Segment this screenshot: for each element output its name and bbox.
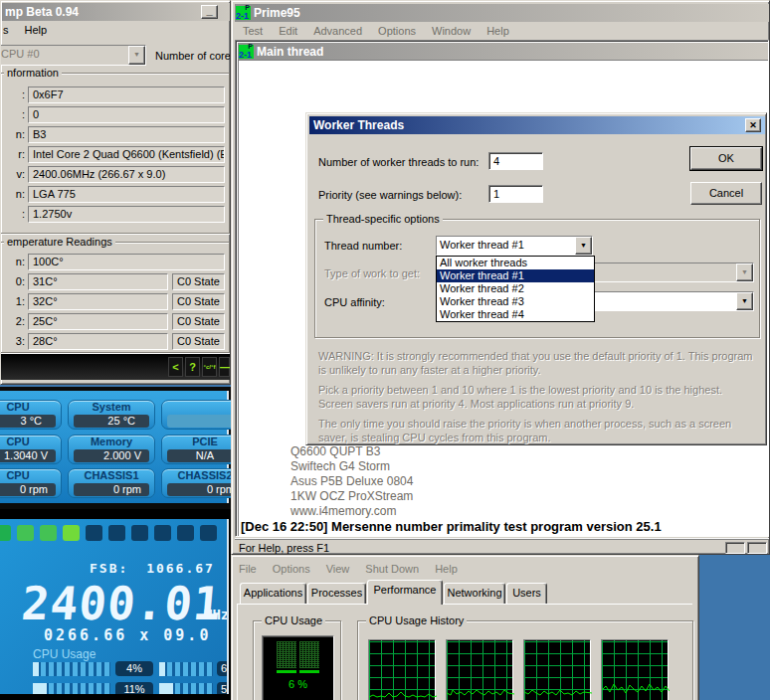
cpu-affinity-label: CPU affinity: bbox=[324, 296, 385, 308]
dropdown-option[interactable]: Worker thread #3 bbox=[437, 295, 594, 308]
cpu-history-graph-1 bbox=[368, 639, 436, 700]
usage-bar-lit bbox=[159, 662, 165, 676]
minimize-button[interactable]: _ bbox=[201, 5, 218, 19]
prime95-titlebar[interactable]: P 2-1 Prime95 bbox=[235, 4, 769, 22]
warning-text-2: Pick a priority between 1 and 10 where 1… bbox=[318, 383, 758, 411]
back-button[interactable]: < bbox=[168, 357, 183, 377]
prime95-icon: P 2-1 bbox=[236, 6, 251, 20]
prime95-icon: P 2-1 bbox=[239, 45, 254, 59]
coretemp-titlebar[interactable]: mp Beta 0.94 bbox=[2, 3, 230, 21]
menu-file[interactable]: File bbox=[235, 561, 265, 577]
temp-label: 1: bbox=[1, 295, 25, 307]
sensor-value: 0 rpm bbox=[167, 483, 231, 496]
dropdown-option-selected[interactable]: Worker thread #1 bbox=[437, 269, 594, 282]
sensor-label: System bbox=[69, 401, 154, 414]
core1-state: C0 State bbox=[172, 293, 225, 310]
sensor-value: N/A bbox=[167, 449, 231, 462]
sensor-value bbox=[167, 415, 231, 428]
sensor-value: 0 rpm bbox=[74, 483, 149, 496]
main-thread-titlebar[interactable]: P 2-1 Main thread bbox=[238, 43, 768, 60]
status-text: For Help, press F1 bbox=[239, 542, 329, 554]
sensor-value: 3 °C bbox=[0, 415, 56, 428]
dropdown-option[interactable]: All worker threads bbox=[437, 257, 594, 269]
cancel-button[interactable]: Cancel bbox=[690, 182, 762, 205]
core3-state: C0 State bbox=[172, 333, 225, 350]
about-button[interactable]: ? bbox=[185, 357, 200, 377]
celsius-fahrenheit-toggle[interactable]: °c/°f bbox=[202, 357, 217, 377]
dropdown-option[interactable]: Worker thread #2 bbox=[437, 282, 594, 295]
cpu-select[interactable]: CPU #0 ▼ bbox=[0, 45, 146, 66]
chevron-down-icon[interactable]: ▼ bbox=[575, 237, 592, 255]
close-icon: ✕ bbox=[749, 120, 757, 130]
sensor-label: CPU bbox=[0, 469, 61, 482]
segment-indicator bbox=[40, 525, 57, 541]
sensor-system-temp[interactable]: System 25 °C bbox=[68, 400, 155, 430]
sensor-pcie[interactable]: PCIE N/A bbox=[161, 435, 231, 464]
sensor-chassis2-fan[interactable]: CHASSIS2 0 rpm bbox=[161, 468, 231, 498]
segment-indicator bbox=[63, 525, 80, 541]
cpu-meter-bar bbox=[277, 670, 296, 673]
menu-help[interactable]: Help bbox=[427, 561, 466, 577]
menu-options[interactable]: Options bbox=[265, 561, 318, 577]
usage-value: 11% bbox=[115, 682, 153, 694]
fsb-label: FSB: bbox=[90, 561, 128, 576]
cpu-usage-group-label: CPU Usage bbox=[262, 614, 325, 626]
priority-input[interactable]: 1 bbox=[488, 185, 543, 203]
usage-bar-lit bbox=[159, 683, 173, 694]
threads-label: Number of worker threads to run: bbox=[318, 156, 479, 168]
menu-help[interactable]: Help bbox=[17, 22, 56, 38]
sensor-cpu-fan[interactable]: CPU 0 rpm bbox=[0, 468, 62, 498]
chevron-down-icon[interactable]: ▼ bbox=[736, 292, 753, 310]
menu-test[interactable]: Test bbox=[235, 23, 271, 39]
stepping-value: 0 bbox=[28, 106, 225, 123]
frequency-value: 2400.06MHz (266.67 x 9.0) bbox=[28, 166, 225, 183]
sensor-empty[interactable] bbox=[161, 400, 231, 430]
sensor-label: PCIE bbox=[162, 436, 231, 448]
tab-performance[interactable]: Performance bbox=[367, 580, 443, 605]
ok-button[interactable]: OK bbox=[690, 147, 762, 170]
sensor-memory-voltage[interactable]: Memory 2.000 V bbox=[68, 435, 155, 464]
dialog-title: Worker Threads bbox=[309, 118, 404, 132]
menu-edit[interactable]: Edit bbox=[271, 23, 305, 39]
tab-users[interactable]: Users bbox=[506, 583, 547, 604]
menu-options[interactable]: Options bbox=[370, 23, 424, 39]
worker-output-line: [Dec 16 22:50] Mersenne number primality… bbox=[241, 519, 662, 534]
dropdown-glyph: ▼ bbox=[741, 268, 748, 275]
signature-line: Swiftech G4 Storm bbox=[290, 459, 413, 474]
vid-value: 1.2750v bbox=[28, 206, 225, 223]
cpu-history-graph-4 bbox=[601, 639, 669, 700]
thread-options-group-label: Thread-specific options bbox=[323, 213, 443, 225]
sensor-value: 1.3040 V bbox=[0, 449, 56, 462]
threads-input[interactable]: 4 bbox=[488, 152, 543, 170]
dropdown-option[interactable]: Worker thread #4 bbox=[437, 308, 594, 321]
worker-threads-dialog: Worker Threads ✕ Number of worker thread… bbox=[305, 112, 767, 445]
tab-networking[interactable]: Networking bbox=[444, 583, 505, 604]
minimize-toolbar-button[interactable]: — bbox=[219, 357, 230, 377]
cpu-usage-label: CPU Usage bbox=[33, 647, 96, 661]
sensor-panel-body: CPU 3 °C System 25 °C CPU 1.3040 V Memor… bbox=[0, 391, 229, 503]
sensor-cpu-voltage[interactable]: CPU 1.3040 V bbox=[0, 435, 62, 464]
thread-number-combo[interactable]: Worker thread #1 ▼ bbox=[436, 236, 593, 256]
cpu-history-group-label: CPU Usage History bbox=[366, 614, 467, 626]
menu-view[interactable]: View bbox=[318, 561, 358, 577]
cpu-meter-bar bbox=[299, 670, 319, 673]
usage-bar-lit bbox=[33, 683, 47, 694]
menu-shutdown[interactable]: Shut Down bbox=[357, 561, 427, 577]
menu-fragment[interactable]: s bbox=[1, 22, 17, 38]
menu-window[interactable]: Window bbox=[424, 23, 479, 39]
sensor-chassis1-fan[interactable]: CHASSIS1 0 rpm bbox=[68, 468, 155, 498]
menu-advanced[interactable]: Advanced bbox=[305, 23, 370, 39]
sensor-cpu-temp[interactable]: CPU 3 °C bbox=[0, 400, 62, 430]
chevron-down-icon[interactable]: ▼ bbox=[128, 46, 145, 65]
fsb-value: 1066.67 bbox=[146, 561, 215, 576]
dialog-titlebar[interactable]: Worker Threads bbox=[309, 116, 765, 134]
usage-bar bbox=[159, 662, 213, 676]
close-button[interactable]: ✕ bbox=[745, 118, 761, 132]
coretemp-title: mp Beta 0.94 bbox=[2, 5, 79, 19]
tab-processes[interactable]: Processes bbox=[307, 583, 366, 604]
menu-help[interactable]: Help bbox=[479, 23, 517, 39]
chevron-down-icon: ▼ bbox=[736, 263, 753, 281]
cpu-history-line bbox=[447, 640, 514, 700]
status-grip-box bbox=[747, 542, 767, 554]
tab-applications[interactable]: Applications bbox=[240, 583, 306, 604]
